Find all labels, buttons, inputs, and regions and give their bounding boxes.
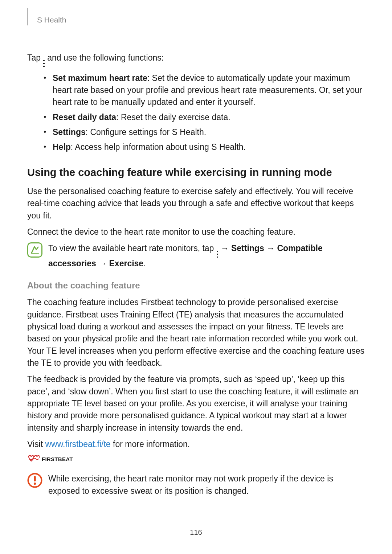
visit-post: for more information. [111,439,190,449]
coaching-p1: Use the personalised coaching feature to… [27,185,365,222]
svg-rect-0 [28,243,42,257]
header-section-name: S Health [37,16,66,24]
list-item: Set maximum heart rate: Set the device t… [42,72,365,108]
note-pre: To view the available heart rate monitor… [48,243,216,253]
note-step: Settings [231,243,264,253]
visit-line: Visit www.firstbeat.fi/te for more infor… [27,438,365,450]
page-number: 116 [0,528,392,537]
svg-point-3 [34,483,36,485]
subheading-about: About the coaching feature [27,280,365,291]
note-end: . [143,259,146,268]
visit-pre: Visit [27,439,45,449]
caution-text: While exercising, the heart rate monitor… [48,473,365,497]
func-term: Set maximum heart rate [53,73,147,83]
func-term: Reset daily data [53,112,116,122]
page-header: S Health [27,15,365,25]
section-heading-coaching: Using the coaching feature while exercis… [27,166,365,179]
intro-line: Tap and use the following functions: [27,52,365,67]
func-desc: : Reset the daily exercise data. [116,112,230,122]
about-p2: The feedback is provided by the feature … [27,373,365,434]
func-desc: : Access help information about using S … [71,142,246,152]
func-term: Settings [53,127,86,137]
func-desc: : Configure settings for S Health. [86,127,206,137]
intro-pre: Tap [27,53,43,62]
more-options-icon [43,60,44,67]
caution-callout: While exercising, the heart rate monitor… [27,473,365,497]
arrow: → [264,243,277,253]
list-item: Help: Access help information about usin… [42,141,365,153]
arrow: → [96,259,109,268]
coaching-p2: Connect the device to the heart rate mon… [27,226,365,238]
list-item: Reset daily data: Reset the daily exerci… [42,111,365,123]
note-callout: To view the available heart rate monitor… [27,242,365,270]
list-item: Settings: Configure settings for S Healt… [42,126,365,138]
arrow: → [218,243,231,253]
note-step: Exercise [109,259,144,268]
about-p1: The coaching feature includes Firstbeat … [27,296,365,369]
firstbeat-link[interactable]: www.firstbeat.fi/te [45,439,110,449]
heartbeat-icon [27,455,40,463]
more-options-icon [217,251,218,258]
func-term: Help [53,142,71,152]
firstbeat-logo: FIRSTBEAT [27,455,365,463]
intro-post: and use the following functions: [45,53,164,62]
note-text: To view the available heart rate monitor… [48,242,365,270]
firstbeat-label: FIRSTBEAT [42,456,73,462]
svg-rect-2 [34,476,36,481]
note-icon [27,242,43,259]
caution-icon [27,473,43,489]
header-rule [27,8,28,25]
functions-list: Set maximum heart rate: Set the device t… [27,72,365,153]
